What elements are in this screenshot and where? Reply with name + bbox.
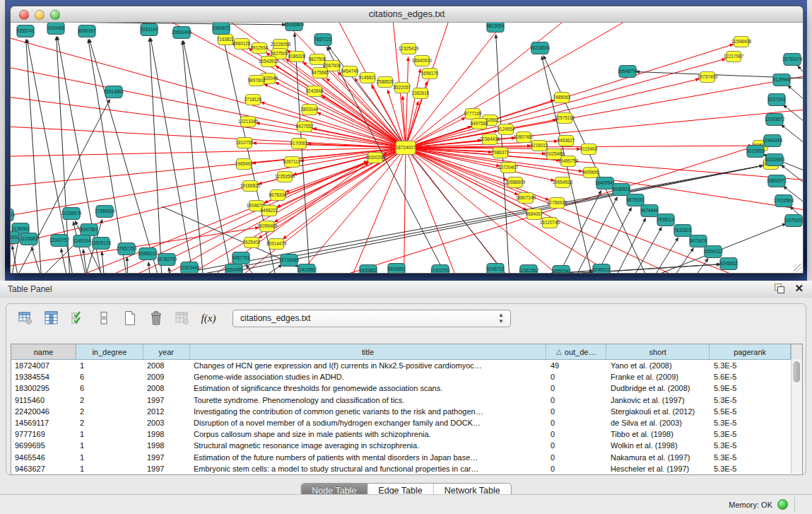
header-year[interactable]: year: [143, 344, 190, 359]
table-cell[interactable]: 1: [76, 430, 143, 438]
table-cell[interactable]: 5.5E-5: [710, 407, 792, 416]
graph-node[interactable]: 1362615: [412, 88, 430, 99]
graph-node[interactable]: 8813054: [487, 23, 505, 33]
graph-node[interactable]: 18950341: [551, 266, 572, 274]
graph-node[interactable]: 9124554: [498, 124, 515, 135]
table-cell[interactable]: de Silva et al. (2003): [607, 419, 710, 427]
select-columns-button[interactable]: [69, 309, 87, 327]
graph-node[interactable]: 12093872: [765, 114, 785, 126]
graph-node[interactable]: 1145194: [73, 235, 91, 247]
graph-node[interactable]: 9457791: [233, 252, 250, 264]
graph-node[interactable]: 16033809: [284, 23, 305, 31]
graph-node[interactable]: 1115683: [20, 233, 37, 245]
table-cell[interactable]: Franke et al. (2009): [607, 373, 710, 381]
table-cell[interactable]: 0: [547, 441, 607, 450]
graph-node[interactable]: 7986372: [492, 148, 510, 158]
table-cell[interactable]: Corpus callosum shape and size in male p…: [190, 430, 547, 438]
table-cell[interactable]: 5.9E-5: [710, 384, 792, 392]
table-cell[interactable]: 1997: [143, 453, 190, 462]
graph-node[interactable]: 18640910: [412, 56, 433, 66]
graph-node[interactable]: 9684067: [526, 209, 543, 220]
graph-node[interactable]: 9245712: [487, 264, 505, 274]
graph-node[interactable]: 16099489: [257, 221, 278, 232]
graph-node[interactable]: 7485063: [553, 93, 571, 103]
table-cell[interactable]: Changes of HCN gene expression and I(f) …: [190, 361, 547, 370]
graph-node[interactable]: 10688609: [505, 177, 526, 188]
graph-node[interactable]: 6497568: [471, 119, 488, 129]
table-cell[interactable]: 9777169: [11, 430, 76, 438]
graph-node[interactable]: 9245012: [593, 264, 611, 274]
table-row[interactable]: 1872400712008Changes of HCN gene express…: [11, 360, 802, 371]
graph-node[interactable]: 9350495: [225, 264, 243, 274]
table-cell[interactable]: 1: [76, 441, 143, 450]
table-row[interactable]: 911546021997Tourette syndrome. Phenomeno…: [11, 395, 802, 406]
graph-node[interactable]: 11548408: [731, 37, 751, 47]
table-cell[interactable]: 5.6E-5: [710, 373, 792, 381]
table-row[interactable]: 2242004622012Investigating the contribut…: [11, 406, 802, 417]
graph-node[interactable]: 9355741: [17, 25, 35, 37]
graph-node[interactable]: 8267110: [283, 157, 301, 168]
graph-node[interactable]: 6879197: [627, 194, 645, 206]
network-canvas[interactable]: 1872400771638228960128891293423226058982…: [11, 23, 803, 273]
import-table-button[interactable]: [173, 309, 192, 327]
graph-node[interactable]: 1696170: [421, 69, 439, 79]
header-pagerank[interactable]: pagerank: [710, 344, 791, 359]
graph-node[interactable]: 8960128: [233, 39, 251, 49]
graph-node[interactable]: 19495756: [558, 156, 579, 167]
graph-node[interactable]: 1965493: [235, 159, 253, 170]
graph-node[interactable]: 20364436: [480, 134, 500, 145]
table-cell[interactable]: 0: [547, 407, 607, 416]
graph-node[interactable]: 12213349: [238, 117, 259, 127]
graph-node[interactable]: 19218506: [530, 42, 551, 54]
graph-node[interactable]: 9146821: [359, 73, 377, 83]
table-cell[interactable]: 6: [76, 373, 143, 381]
table-cell[interactable]: Yano et al. (2008): [607, 361, 710, 370]
table-cell[interactable]: Dudbridge et al. (2008): [607, 384, 710, 392]
graph-node[interactable]: 12353594: [275, 172, 295, 182]
graph-node[interactable]: 18724007: [396, 141, 416, 155]
table-cell[interactable]: 1: [76, 465, 143, 473]
table-cell[interactable]: 5.3E-5: [710, 396, 792, 404]
table-cell[interactable]: Stergiakouli et al. (2012): [607, 407, 710, 416]
table-cell[interactable]: 2003: [143, 419, 190, 427]
graph-node[interactable]: 9397587: [81, 224, 98, 236]
table-cell[interactable]: 5.3E-5: [710, 361, 792, 370]
graph-node[interactable]: 17957253: [117, 243, 137, 255]
graph-node[interactable]: 12975115: [555, 113, 575, 124]
table-cell[interactable]: 19384554: [11, 373, 76, 381]
graph-node[interactable]: 12410562: [297, 264, 317, 274]
table-cell[interactable]: 0: [547, 465, 607, 473]
network-window[interactable]: citations_edges.txt 18724007716382289601…: [10, 6, 804, 274]
graph-node[interactable]: 1605862: [360, 265, 377, 274]
graph-node[interactable]: 9360672: [213, 23, 230, 35]
graph-node[interactable]: 16210643: [765, 154, 785, 166]
graph-node[interactable]: 9699695: [582, 168, 600, 178]
graph-node[interactable]: 8475685: [312, 68, 329, 78]
table-cell[interactable]: Structural magnetic resonance image aver…: [190, 441, 547, 450]
table-cell[interactable]: 49: [547, 361, 607, 370]
table-cell[interactable]: 5.3E-5: [710, 430, 792, 438]
table-cell[interactable]: 0: [547, 396, 607, 404]
graph-node[interactable]: 2588520: [377, 77, 394, 88]
graph-node[interactable]: 19153101: [11, 209, 16, 221]
graph-node[interactable]: 20206576: [61, 208, 82, 220]
table-cell[interactable]: 2: [76, 396, 143, 404]
table-row[interactable]: 946362711997Embryonic stem cells: a mode…: [11, 463, 802, 474]
table-column-button[interactable]: [42, 309, 61, 327]
graph-node[interactable]: 12217987: [724, 52, 744, 62]
table-header-row[interactable]: name in_degree year title △out_de… short…: [11, 344, 802, 360]
graph-node[interactable]: 15892971: [767, 175, 787, 187]
graph-node[interactable]: 2935114: [657, 214, 675, 226]
graph-node[interactable]: 16543912: [259, 57, 279, 67]
graph-node[interactable]: 20691406: [172, 27, 192, 39]
table-cell[interactable]: Estimation of significance thresholds fo…: [190, 384, 547, 392]
graph-node[interactable]: 8522057: [394, 83, 411, 93]
graph-node[interactable]: 2051100: [141, 24, 158, 36]
table-cell[interactable]: Jankovic et al. (1997): [607, 396, 710, 404]
table-row[interactable]: 1830029562008Estimation of significance …: [11, 382, 802, 394]
graph-node[interactable]: 16120746: [540, 218, 560, 228]
table-cell[interactable]: 5.3E-5: [710, 419, 792, 427]
graph-node[interactable]: 1920456: [47, 23, 65, 35]
resize-grip-icon[interactable]: [794, 264, 802, 272]
table-cell[interactable]: 0: [547, 453, 607, 462]
